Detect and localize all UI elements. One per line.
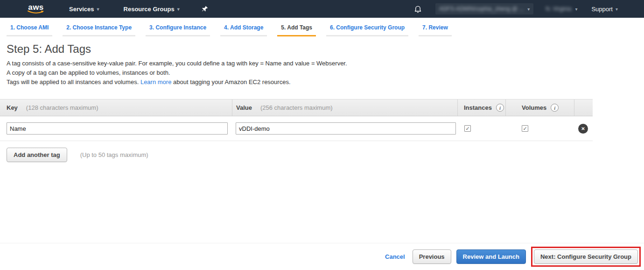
column-header-key: Key (128 characters maximum) [0, 99, 232, 116]
notifications-button[interactable] [413, 4, 422, 14]
nav-resource-groups-menu[interactable]: Resource Groups ▾ [124, 6, 180, 13]
aws-smile-swoosh [27, 10, 45, 14]
description-line-2: A copy of a tag can be applied to volume… [7, 68, 644, 78]
tab-review[interactable]: 7. Review [419, 24, 452, 36]
tag-value-cell [232, 116, 457, 141]
tag-instances-cell: ✓ [457, 116, 505, 141]
wizard-footer: Cancel Previous Review and Launch Next: … [0, 243, 644, 270]
nav-services-label: Services [69, 6, 94, 13]
add-another-tag-button[interactable]: Add another tag [7, 148, 67, 162]
tag-key-input[interactable] [7, 122, 228, 135]
aws-logo[interactable]: aws [27, 3, 45, 14]
thumbtack-icon [201, 5, 209, 13]
value-column-hint: (256 characters maximum) [260, 104, 333, 111]
tab-add-tags[interactable]: 5. Add Tags [277, 24, 316, 36]
tag-value-input[interactable] [236, 122, 456, 135]
tab-configure-instance[interactable]: 3. Configure Instance [146, 24, 210, 36]
add-tag-hint: (Up to 50 tags maximum) [80, 151, 148, 158]
description-line-3-text: Tags will be applied to all instances an… [7, 78, 139, 85]
instances-checkbox-checked[interactable]: ✓ [464, 125, 471, 132]
tag-delete-cell: ✕ [574, 116, 593, 141]
top-nav-bar: aws Services ▾ Resource Groups ▾ ADFS-AD… [0, 0, 644, 18]
volumes-checkbox-checked[interactable]: ✓ [522, 125, 528, 132]
description-line-3: Tags will be applied to all instances an… [7, 78, 644, 87]
volumes-column-label: Volumes [522, 104, 546, 111]
chevron-down-icon: ▾ [575, 7, 577, 12]
info-icon[interactable]: i [551, 104, 559, 112]
bell-icon [413, 4, 422, 14]
key-column-label: Key [7, 104, 18, 111]
previous-button[interactable]: Previous [413, 249, 451, 264]
region-menu[interactable]: N. Virginia ▾ [546, 6, 577, 12]
value-column-label: Value [236, 104, 252, 111]
cancel-link[interactable]: Cancel [385, 253, 405, 260]
review-and-launch-button[interactable]: Review and Launch [456, 249, 526, 264]
key-column-hint: (128 characters maximum) [26, 104, 98, 111]
tab-add-storage[interactable]: 4. Add Storage [220, 24, 267, 36]
add-tag-section: Add another tag (Up to 50 tags maximum) [7, 148, 644, 162]
delete-tag-button[interactable]: ✕ [578, 124, 588, 134]
tab-choose-instance-type[interactable]: 2. Choose Instance Type [63, 24, 135, 36]
support-menu[interactable]: Support ▾ [591, 6, 618, 13]
page-title: Step 5: Add Tags [7, 43, 644, 56]
nav-right-group: ADFS-ADMIN/sophia_zheng @ ... ▾ N. Virgi… [413, 3, 618, 14]
description-line-1: A tag consists of a case-sensitive key-v… [7, 59, 644, 68]
nav-resource-groups-label: Resource Groups [124, 6, 175, 13]
tag-row: ✓ ✓ ✕ [0, 116, 593, 141]
nav-services-menu[interactable]: Services ▾ [69, 6, 99, 13]
column-header-delete [574, 99, 593, 116]
instances-column-label: Instances [464, 104, 492, 111]
tag-key-cell [0, 116, 232, 141]
tags-table-header: Key (128 characters maximum) Value (256 … [0, 99, 593, 116]
chevron-down-icon: ▾ [97, 7, 99, 12]
column-header-instances: Instances i [457, 99, 505, 116]
column-header-volumes: Volumes i [505, 99, 574, 116]
tag-volumes-cell: ✓ [505, 116, 574, 141]
learn-more-link[interactable]: Learn more [140, 78, 171, 85]
tags-table: Key (128 characters maximum) Value (256 … [0, 99, 593, 141]
pin-shortcut-button[interactable] [201, 5, 209, 13]
chevron-down-icon: ▾ [616, 7, 618, 12]
red-highlight-annotation: Next: Configure Security Group [531, 247, 641, 267]
support-label: Support [591, 6, 613, 13]
wizard-step-tabs: 1. Choose AMI 2. Choose Instance Type 3.… [0, 18, 644, 36]
next-configure-security-group-button[interactable]: Next: Configure Security Group [534, 249, 638, 264]
tab-choose-ami[interactable]: 1. Choose AMI [7, 24, 52, 36]
chevron-down-icon: ▾ [527, 7, 530, 12]
info-icon[interactable]: i [496, 104, 504, 112]
region-name-redacted: N. Virginia [546, 6, 571, 12]
tab-configure-security-group[interactable]: 6. Configure Security Group [326, 24, 408, 36]
description-line-3-text-after: about tagging your Amazon EC2 resources. [173, 78, 290, 85]
account-menu[interactable]: ADFS-ADMIN/sophia_zheng @ ... ▾ [435, 3, 534, 14]
chevron-down-icon: ▾ [177, 7, 180, 12]
account-name-redacted: ADFS-ADMIN/sophia_zheng @ ... [439, 6, 524, 12]
column-header-value: Value (256 characters maximum) [232, 99, 457, 116]
